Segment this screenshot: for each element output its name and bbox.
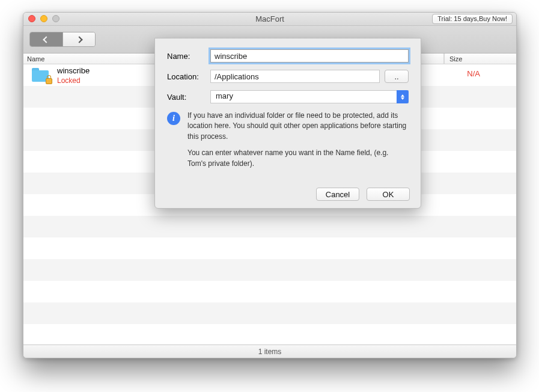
info-text: If you have an individual folder or file… (187, 111, 409, 175)
browse-button[interactable]: .. (385, 70, 409, 83)
chevron-left-icon (43, 36, 49, 43)
location-input[interactable] (210, 70, 380, 83)
nav-segmented (29, 32, 96, 47)
info-paragraph-2: You can enter whatever name you want in … (187, 148, 409, 169)
name-label: Name: (167, 52, 210, 61)
item-name: winscribe (57, 66, 90, 75)
item-size: N/A (467, 69, 480, 78)
nav-forward-button[interactable] (62, 32, 95, 46)
ok-button[interactable]: OK (367, 188, 410, 201)
vault-label: Vault: (167, 93, 210, 102)
trial-buy-button[interactable]: Trial: 15 days,Buy Now! (432, 14, 513, 24)
locked-folder-icon (32, 68, 50, 82)
status-bar: 1 items (23, 345, 516, 358)
chevron-right-icon (76, 36, 82, 43)
nav-back-button[interactable] (30, 32, 62, 46)
status-text: 1 items (258, 348, 282, 356)
info-icon: i (167, 112, 180, 125)
vault-select[interactable]: mary (210, 90, 409, 103)
column-header-size[interactable]: Size (444, 54, 516, 64)
add-item-dialog: Name: Location: .. Vault: mary i (154, 38, 421, 209)
item-status: Locked (57, 76, 90, 85)
location-label: Location: (167, 72, 210, 81)
app-window: MacFort Trial: 15 days,Buy Now! Name Siz… (23, 12, 517, 358)
info-paragraph-1: If you have an individual folder or file… (187, 111, 409, 142)
cancel-button[interactable]: Cancel (316, 188, 359, 201)
titlebar: MacFort Trial: 15 days,Buy Now! (23, 13, 516, 26)
name-input[interactable] (210, 49, 409, 63)
